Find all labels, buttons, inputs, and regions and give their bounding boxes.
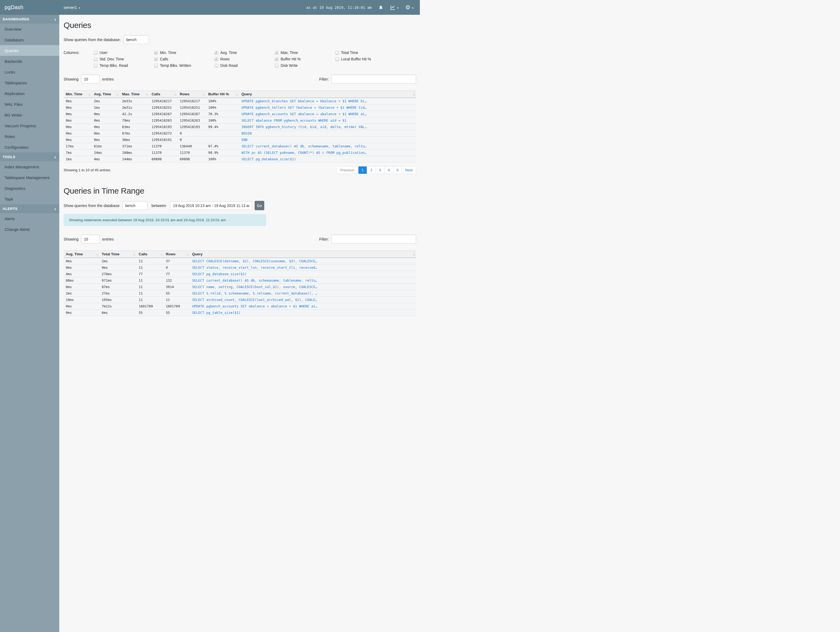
- column-checkbox-buffer-hit[interactable]: Buffer Hit %: [275, 57, 335, 61]
- sidebar-item-wal-files[interactable]: WAL Files: [0, 99, 59, 109]
- pagination-page-2[interactable]: 2: [367, 166, 376, 174]
- filter-input[interactable]: [332, 74, 416, 84]
- column-header-query[interactable]: Query: [190, 251, 416, 258]
- sidebar-item-change-alerts[interactable]: Change Alerts: [0, 224, 59, 234]
- sidebar-item-alerts[interactable]: Alerts: [0, 213, 59, 224]
- query-link[interactable]: SELECT COALESCE(datname, $2), COALESCE(u…: [192, 259, 317, 263]
- column-checkbox-temp-blks-read[interactable]: Temp Blks. Read: [94, 63, 154, 68]
- query-link[interactable]: SELECT pg_table_size($1): [192, 310, 241, 315]
- checkbox[interactable]: [215, 64, 218, 67]
- sidebar-item-diagnostics[interactable]: Diagnostics: [0, 183, 59, 193]
- query-link[interactable]: SELECT current_database() AS db, scheman…: [242, 144, 367, 148]
- server-selector[interactable]: server1: [63, 5, 80, 10]
- column-header-calls[interactable]: Calls: [150, 91, 178, 98]
- column-header-rows[interactable]: Rows: [164, 251, 190, 258]
- query-link[interactable]: END: [242, 138, 248, 142]
- column-header-total-time[interactable]: Total Time: [99, 251, 137, 258]
- pagination-page-4[interactable]: 4: [384, 166, 393, 174]
- column-checkbox-disk-read[interactable]: Disk Read: [215, 63, 275, 68]
- column-checkbox-min-time[interactable]: Min. Time: [154, 51, 215, 55]
- query-link[interactable]: BEGIN: [242, 131, 252, 135]
- column-checkbox-user[interactable]: User: [94, 51, 154, 55]
- settings-menu-button[interactable]: [405, 5, 414, 11]
- pagination-previous[interactable]: Previous: [336, 166, 358, 174]
- sidebar-section-tools[interactable]: TOOLS: [0, 152, 59, 162]
- query-link[interactable]: SELECT abalance FROM pgbench_accounts WH…: [242, 119, 346, 122]
- query-link[interactable]: SELECT current_database() AS db, scheman…: [192, 279, 317, 282]
- query-link[interactable]: SELECT archived_count, COALESCE(last_arc…: [192, 298, 317, 302]
- checkbox[interactable]: [154, 51, 158, 54]
- column-header-min-time[interactable]: Min. Time: [63, 91, 92, 98]
- notifications-button[interactable]: [378, 5, 384, 10]
- query-link[interactable]: UPDATE pgbench_accounts SET abalance = a…: [242, 112, 367, 116]
- column-checkbox-rows[interactable]: Rows: [215, 57, 275, 61]
- column-header-rows[interactable]: Rows: [178, 91, 206, 98]
- pagination-next[interactable]: Next: [402, 166, 416, 174]
- column-checkbox-calls[interactable]: Calls: [154, 57, 215, 61]
- checkbox[interactable]: [154, 57, 158, 61]
- checkbox[interactable]: [335, 57, 339, 61]
- query-link[interactable]: WITH pc AS (SELECT pubname, COUNT(*) AS …: [242, 150, 367, 155]
- column-checkbox-total-time[interactable]: Total Time: [335, 51, 396, 55]
- column-header-max-time[interactable]: Max. Time: [120, 91, 150, 98]
- column-header-buffer-hit[interactable]: Buffer Hit %: [206, 91, 239, 98]
- sidebar-item-configuration[interactable]: Configuration: [0, 142, 59, 152]
- column-header-query[interactable]: Query: [239, 91, 416, 98]
- checkbox[interactable]: [215, 51, 218, 54]
- sidebar-item-tablespaces[interactable]: Tablespaces: [0, 77, 59, 88]
- checkbox[interactable]: [335, 51, 339, 54]
- sidebar-item-vacuum-progress[interactable]: Vacuum Progress: [0, 120, 59, 131]
- sidebar-item-bg-writer[interactable]: BG Writer: [0, 109, 59, 120]
- query-link[interactable]: SELECT name, setting, COALESCE(boot_val,…: [192, 285, 317, 289]
- go-button[interactable]: Go: [254, 201, 265, 210]
- column-checkbox-disk-write[interactable]: Disk Write: [275, 63, 335, 68]
- pagination-page-3[interactable]: 3: [376, 166, 384, 174]
- query-link[interactable]: SELECT pg_database_size($1): [192, 272, 246, 276]
- sidebar-section-alerts[interactable]: ALERTS: [0, 204, 59, 213]
- column-checkbox-avg-time[interactable]: Avg. Time: [215, 51, 275, 55]
- entries-per-page-input[interactable]: [81, 74, 100, 84]
- checkbox[interactable]: [275, 57, 278, 61]
- filter-input-timerange[interactable]: [332, 234, 416, 244]
- sidebar-section-dashboards[interactable]: DASHBOARDS: [0, 15, 59, 24]
- checkbox[interactable]: [94, 51, 97, 54]
- column-header-avg-time[interactable]: Avg. Time: [92, 91, 120, 98]
- column-header-avg-time[interactable]: Avg. Time: [63, 251, 99, 258]
- checkbox[interactable]: [154, 64, 158, 67]
- checkbox[interactable]: [94, 64, 97, 67]
- time-range-input[interactable]: [170, 201, 252, 210]
- checkbox[interactable]: [215, 57, 218, 61]
- sidebar-item-backends[interactable]: Backends: [0, 56, 59, 67]
- sidebar-item-overview[interactable]: Overview: [0, 24, 59, 34]
- database-input[interactable]: [123, 35, 149, 44]
- sidebar-item-index-management[interactable]: Index Management: [0, 162, 59, 172]
- query-link[interactable]: SELECT S.relid, S.schemaname, S.relname,…: [192, 291, 317, 295]
- sidebar-item-top-k[interactable]: Top k: [0, 193, 59, 204]
- charts-menu-button[interactable]: [390, 5, 398, 10]
- pagination-page-5[interactable]: 5: [393, 166, 402, 174]
- query-link[interactable]: SELECT status, receive_start_lsn, receiv…: [192, 266, 317, 269]
- sidebar-item-replication[interactable]: Replication: [0, 88, 59, 99]
- pagination-page-1[interactable]: 1: [358, 166, 367, 174]
- sidebar-item-tablespace-management[interactable]: Tablespace Management: [0, 172, 59, 183]
- column-header-calls[interactable]: Calls: [137, 251, 164, 258]
- query-link[interactable]: INSERT INTO pgbench_history (tid, bid, a…: [242, 125, 367, 129]
- checkbox[interactable]: [275, 51, 278, 54]
- query-link[interactable]: UPDATE pgbench_tellers SET tbalance = tb…: [242, 106, 367, 109]
- checkbox[interactable]: [94, 57, 97, 61]
- sidebar-item-queries[interactable]: Queries: [0, 45, 59, 56]
- query-link[interactable]: SELECT pg_database_size($1): [242, 157, 296, 161]
- sidebar-item-roles[interactable]: Roles: [0, 131, 59, 142]
- query-link[interactable]: UPDATE pgbench_branches SET bbalance = b…: [242, 99, 367, 103]
- sidebar-item-databases[interactable]: Databases: [0, 34, 59, 45]
- column-checkbox-std-dev-time[interactable]: Std. Dev. Time: [94, 57, 154, 61]
- checkbox[interactable]: [275, 64, 278, 67]
- table-cell: 0ms: [63, 111, 92, 117]
- entries-per-page-input-timerange[interactable]: [81, 234, 100, 244]
- column-checkbox-max-time[interactable]: Max. Time: [275, 51, 335, 55]
- column-checkbox-local-buffer-hit[interactable]: Local Buffer Hit %: [335, 57, 396, 61]
- sidebar-item-locks[interactable]: Locks: [0, 67, 59, 77]
- column-checkbox-temp-blks-written[interactable]: Temp Blks. Written: [154, 63, 215, 68]
- query-link[interactable]: UPDATE pgbench_accounts SET abalance = a…: [192, 304, 317, 308]
- database-input-timerange[interactable]: [122, 201, 148, 210]
